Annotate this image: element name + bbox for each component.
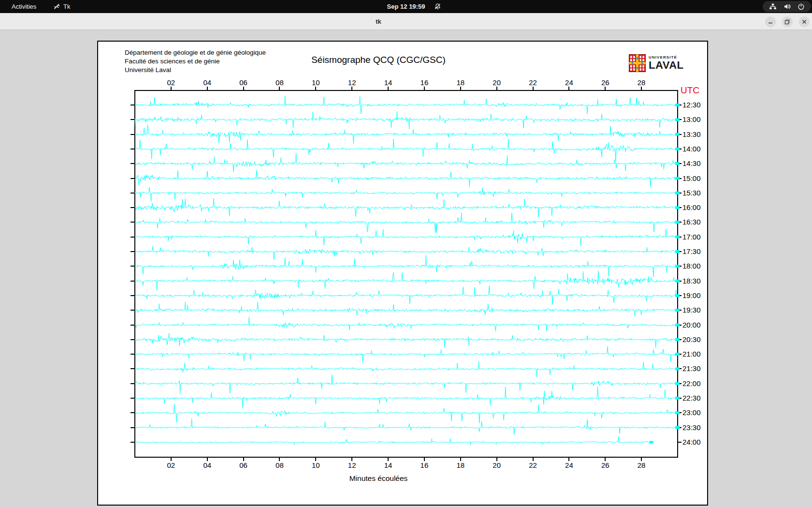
time-label: 20:30 <box>682 335 701 344</box>
close-button[interactable] <box>799 16 810 27</box>
time-label: 12:30 <box>682 101 701 109</box>
time-label: 16:30 <box>682 218 701 226</box>
minute-tick-label-top: 18 <box>456 78 464 87</box>
desktop-top-bar: Activities Tk Sep 12 19:59 <box>0 0 812 13</box>
minute-tick-label-bottom: 04 <box>203 461 211 469</box>
minute-tick-label-bottom: 08 <box>276 461 284 469</box>
time-label: 13:30 <box>682 130 701 138</box>
pen-position-marker <box>675 104 680 106</box>
focused-app-menu[interactable]: Tk <box>53 0 70 13</box>
pen-position-marker <box>675 309 680 312</box>
notifications-off-icon[interactable] <box>434 0 441 13</box>
seismogram-trace <box>135 404 677 423</box>
minute-tick-label-top: 02 <box>167 78 175 87</box>
seismogram-trace <box>135 198 677 217</box>
time-label: 22:00 <box>682 379 701 388</box>
minute-tick-label-bottom: 02 <box>167 461 175 469</box>
minute-tick-label-bottom: 18 <box>456 461 464 469</box>
time-label: 19:00 <box>682 291 701 299</box>
trace-group <box>135 96 680 445</box>
seismogram-trace <box>135 317 677 331</box>
window-content: Département de géologie et de génie géol… <box>0 30 812 508</box>
minute-tick-label-bottom: 12 <box>348 461 356 469</box>
time-label: 22:30 <box>682 394 701 402</box>
pen-position-marker <box>675 162 680 165</box>
tk-app-icon <box>53 2 60 11</box>
minute-tick-label-top: 28 <box>638 78 646 87</box>
minute-tick-label-top: 20 <box>493 78 501 87</box>
time-label: 14:00 <box>682 145 701 153</box>
seismogram-trace <box>135 255 677 277</box>
seismogram-trace <box>135 302 677 316</box>
pen-position-marker <box>675 382 680 385</box>
seismogram-trace <box>135 361 677 377</box>
maximize-button[interactable] <box>782 16 793 27</box>
minute-tick-label-bottom: 06 <box>239 461 247 469</box>
time-label: 23:00 <box>682 408 701 417</box>
minute-tick-label-top: 14 <box>384 78 392 87</box>
minute-tick-label-top: 08 <box>276 78 284 87</box>
pen-position-marker <box>675 411 680 414</box>
clock-button[interactable]: Sep 12 19:59 <box>387 0 425 13</box>
app-name-label: Tk <box>63 3 70 10</box>
seismogram-trace <box>135 96 677 114</box>
activities-label: Activities <box>12 3 36 10</box>
pen-position-marker <box>675 177 680 180</box>
seismogram-trace <box>135 386 677 408</box>
minute-tick-label-bottom: 28 <box>638 461 646 469</box>
pen-position-marker <box>675 236 680 239</box>
pen-position-marker <box>675 280 680 283</box>
time-label: 13:00 <box>682 115 701 123</box>
minute-tick-label-bottom: 24 <box>565 461 573 469</box>
seismogram-trace <box>135 187 677 202</box>
seismograph-page: Département de géologie et de génie géol… <box>97 41 708 506</box>
plot-frame <box>135 90 678 457</box>
minimize-button[interactable] <box>765 16 776 27</box>
seismogram-trace <box>135 246 677 259</box>
pen-position-marker <box>675 118 680 121</box>
minute-tick-label-bottom: 14 <box>384 461 392 469</box>
seismogram-trace <box>135 111 677 129</box>
time-label: 15:30 <box>682 189 701 197</box>
window-titlebar[interactable]: tk <box>0 13 812 30</box>
seismogram-trace <box>135 286 677 305</box>
seismogram-trace <box>135 125 677 144</box>
pen-position-marker <box>675 206 680 209</box>
seismogram-trace <box>135 229 677 246</box>
seismogram-trace <box>135 333 677 348</box>
top-bar-left: Activities <box>0 0 48 13</box>
activities-button[interactable]: Activities <box>0 0 48 13</box>
volume-icon <box>783 3 791 10</box>
pen-position-marker <box>675 294 680 297</box>
time-label: 21:00 <box>682 350 701 358</box>
pen-position-marker <box>675 397 680 400</box>
minute-tick-label-bottom: 10 <box>312 461 320 469</box>
pen-position-marker <box>675 250 680 253</box>
seismogram-trace <box>135 213 677 233</box>
seismogram-trace <box>135 153 677 172</box>
pen-position-marker <box>650 441 653 443</box>
time-label: 21:30 <box>682 364 701 373</box>
time-label: 18:30 <box>682 277 701 285</box>
minute-tick-label-bottom: 16 <box>420 461 429 469</box>
minute-tick-label-top: 16 <box>420 78 429 87</box>
minute-tick-label-top: 04 <box>203 78 211 87</box>
pen-position-marker <box>675 148 680 150</box>
time-label: 23:30 <box>682 423 701 432</box>
pen-position-marker <box>675 324 680 327</box>
time-label: 17:30 <box>682 247 701 255</box>
minute-tick-label-top: 22 <box>529 78 537 87</box>
time-label: 18:00 <box>682 262 701 270</box>
time-label: 19:30 <box>682 306 701 314</box>
seismogram-trace <box>135 436 652 445</box>
seismogram-trace <box>135 375 677 394</box>
system-status-area[interactable] <box>763 1 811 12</box>
time-label: 14:30 <box>682 159 701 167</box>
time-label: 24:00 <box>682 438 701 446</box>
pen-position-marker <box>675 192 680 194</box>
minute-tick-label-top: 24 <box>565 78 573 87</box>
minute-tick-label-top: 10 <box>312 78 320 87</box>
seismogram-trace <box>135 271 677 291</box>
pen-position-marker <box>675 367 680 370</box>
pen-position-marker <box>675 221 680 224</box>
